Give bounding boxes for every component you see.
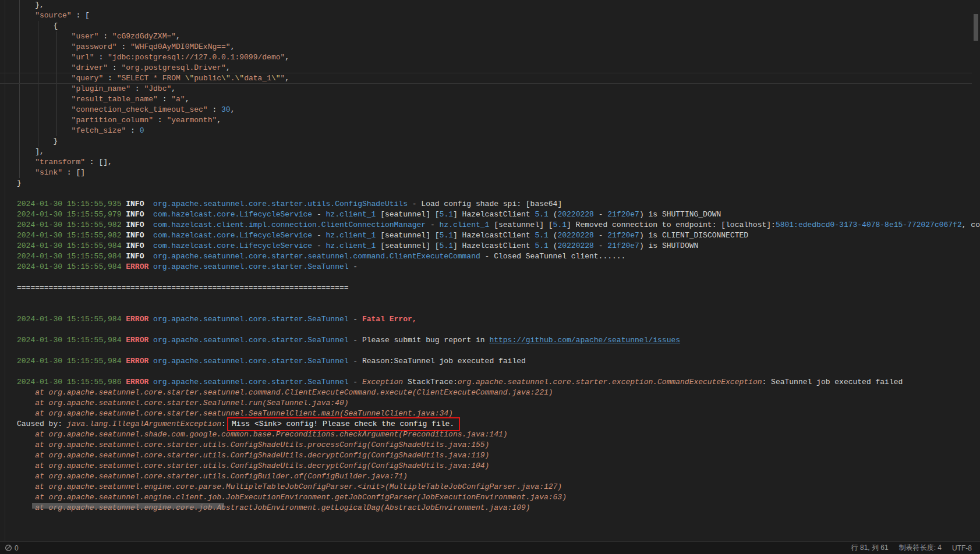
code-token: ] Removed connection to endpoint: [local…: [567, 221, 776, 229]
code-token: :: [208, 105, 221, 114]
code-token: :: [221, 420, 226, 428]
code-token: java.lang.IllegalArgumentException: [67, 420, 221, 428]
code-token: "query": [17, 74, 103, 83]
code-token: ERROR: [126, 357, 148, 365]
code-token: 30: [221, 105, 231, 114]
code-token: hz.client_1: [440, 221, 490, 229]
code-token: - Reason:SeaTunnel job executed failed: [349, 357, 526, 365]
code-token: 2024-01-30 15:15:55,986: [17, 378, 121, 386]
code-token: :: [108, 63, 121, 72]
code-token: [144, 210, 153, 219]
code-line: "user" : "cG9zdGdyZXM=",: [17, 31, 980, 42]
code-token: ERROR: [126, 315, 148, 324]
status-bar: 0 行 81, 列 61 制表符长度: 4 UTF-8: [0, 541, 980, 554]
code-token: org.apache.seatunnel.core.starter.seatun…: [153, 252, 480, 261]
code-token: : [],: [85, 158, 112, 166]
code-token: at org.apache.seatunnel.core.starter.sea…: [17, 409, 453, 418]
code-token: 5.1: [440, 210, 453, 219]
code-token: }: [17, 137, 58, 145]
code-token: 5.1: [440, 231, 453, 240]
code-line: "fetch_size" : 0: [17, 126, 980, 136]
code-line: Caused by: java.lang.IllegalArgumentExce…: [17, 419, 980, 429]
code-token: [144, 200, 153, 208]
code-token: 20220228: [557, 210, 593, 219]
code-token: [148, 262, 153, 271]
code-token: :: [153, 116, 167, 125]
code-line: [17, 189, 980, 199]
code-line: 2024-01-30 15:15:55,986 ERROR org.apache…: [17, 377, 980, 388]
vertical-scrollbar[interactable]: [972, 0, 980, 541]
code-token: "fetch_size": [17, 126, 126, 135]
code-line: {: [17, 21, 980, 31]
horizontal-scrollbar-thumb[interactable]: [32, 503, 224, 509]
code-token: "url": [17, 53, 94, 62]
code-line: "plugin_name" : "Jdbc",: [17, 84, 980, 94]
code-token: -: [349, 262, 362, 271]
code-token: "jdbc:postgresql://127.0.0.1:9099/demo": [108, 53, 285, 62]
code-token: \": [235, 74, 245, 83]
code-token: 2024-01-30 15:15:55,984: [17, 336, 121, 345]
code-token: 21f20e7: [607, 210, 639, 219]
editor[interactable]: }, "source" : [ { "user" : "cG9zdGdyZXM=…: [0, 0, 980, 541]
bug-report-link[interactable]: https://github.com/apache/seatunnel/issu…: [489, 336, 680, 345]
code-token: org.apache.seatunnel.core.starter.SeaTun…: [153, 315, 348, 324]
code-line: 2024-01-30 15:15:55,979 INFO com.hazelca…: [17, 209, 980, 220]
code-token: -: [312, 231, 326, 240]
code-token: ,: [226, 63, 231, 72]
code-token: - Closed SeaTunnel client......: [480, 252, 626, 261]
code-token: "user": [17, 32, 98, 41]
code-token: com.hazelcast.client.impl.connection.Cli…: [153, 221, 426, 229]
code-token: "driver": [17, 63, 108, 72]
code-token: ,: [231, 42, 235, 51]
code-line: [17, 346, 980, 356]
code-line: "transform" : [],: [17, 157, 980, 168]
code-token: hz.client_1: [326, 210, 376, 219]
code-token: [144, 242, 153, 250]
code-line: },: [17, 0, 980, 10]
status-problems[interactable]: 0: [0, 544, 19, 552]
code-token: [148, 315, 153, 324]
code-token: "yearmonth": [167, 116, 217, 125]
code-token: },: [17, 1, 44, 9]
code-token: -: [349, 378, 362, 386]
code-token: 5.1: [535, 231, 548, 240]
code-token: ,: [171, 84, 176, 93]
code-token: com.hazelcast.core.LifecycleService: [153, 242, 312, 250]
code-token: 2024-01-30 15:15:55,984: [17, 252, 121, 261]
code-token: [148, 336, 153, 345]
code-token: :: [126, 126, 139, 135]
status-encoding[interactable]: UTF-8: [952, 544, 972, 552]
code-line: "driver" : "org.postgresql.Driver",: [17, 63, 980, 73]
code-token: [seatunnel] [: [376, 231, 439, 240]
code-area[interactable]: }, "source" : [ { "user" : "cG9zdGdyZXM=…: [0, 0, 980, 513]
code-token: 5.1: [440, 242, 453, 250]
code-token: at org.apache.seatunnel.core.starter.uti…: [17, 441, 489, 449]
code-token: at org.apache.seatunnel.core.starter.uti…: [17, 472, 408, 481]
code-token: hz.client_1: [326, 242, 376, 250]
status-tab-size[interactable]: 制表符长度: 4: [899, 543, 942, 553]
code-token: 2024-01-30 15:15:55,979: [17, 210, 121, 219]
code-token: :: [98, 32, 112, 41]
code-token: ERROR: [126, 378, 148, 386]
code-token: ] HazelcastClient: [453, 210, 535, 219]
code-token: ,: [231, 105, 235, 114]
code-line: at org.apache.seatunnel.core.starter.uti…: [17, 450, 980, 461]
code-line: ],: [17, 147, 980, 157]
code-token: -: [426, 221, 439, 229]
code-token: data_1: [244, 74, 271, 83]
code-token: -: [594, 210, 607, 219]
code-token: at org.apache.seatunnel.core.starter.uti…: [17, 451, 489, 460]
code-token: "Jdbc": [144, 84, 171, 93]
code-line: [17, 325, 980, 335]
code-token: ) is SHUTDOWN: [639, 242, 698, 250]
status-cursor-position[interactable]: 行 81, 列 61: [851, 543, 889, 553]
code-line: at org.apache.seatunnel.core.starter.uti…: [17, 461, 980, 471]
code-token: -: [594, 231, 607, 240]
code-line: "password" : "WHFqd0AyMDI0MDExNg==",: [17, 42, 980, 52]
code-line: "sink" : []: [17, 168, 980, 178]
code-token: "cG9zdGdyZXM=": [112, 32, 176, 41]
vertical-scrollbar-thumb[interactable]: [974, 14, 978, 41]
code-token: Exception: [362, 378, 403, 386]
code-token: 20220228: [557, 231, 593, 240]
code-token: StackTrace:: [403, 378, 458, 386]
